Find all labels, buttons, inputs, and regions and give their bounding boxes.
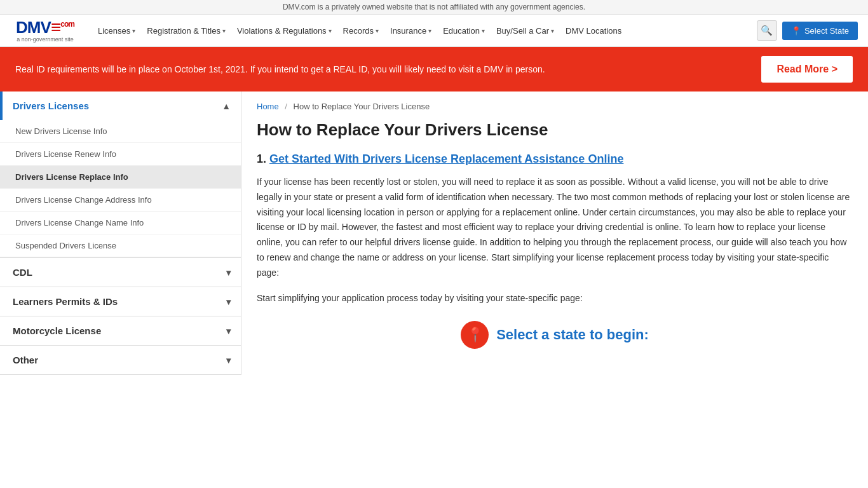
breadcrumb-current: How to Replace Your Drivers License — [294, 102, 430, 111]
section-heading-link[interactable]: Get Started With Drivers License Replace… — [269, 152, 623, 165]
cta-pin-icon: 📍 — [461, 321, 489, 349]
breadcrumb-separator: / — [285, 102, 287, 111]
chevron-down-icon: ▾ — [482, 27, 485, 34]
read-more-button[interactable]: Read More > — [761, 56, 853, 83]
cta-paragraph: Start simplifying your application proce… — [257, 291, 853, 306]
sidebar-item-change-name[interactable]: Drivers License Change Name Info — [0, 212, 241, 234]
sidebar-item-other[interactable]: Other ▾ — [0, 346, 241, 374]
sidebar-item-motorcycle[interactable]: Motorcycle License ▾ — [0, 316, 241, 345]
cta-section: 📍 Select a state to begin: — [257, 321, 853, 349]
select-state-label: Select State — [804, 26, 849, 36]
chevron-down-icon: ▾ — [226, 355, 231, 365]
body-paragraph: If your license has been recently lost o… — [257, 175, 853, 281]
section-heading-1: 1. Get Started With Drivers License Repl… — [257, 152, 853, 166]
chevron-down-icon: ▾ — [132, 27, 135, 34]
search-icon: 🔍 — [761, 25, 773, 36]
nav-item-buysell[interactable]: Buy/Sell a Car ▾ — [491, 22, 559, 39]
sidebar-item-drivers-licenses[interactable]: Drivers Licenses ▲ — [0, 92, 241, 120]
nav-item-dmvlocations[interactable]: DMV Locations — [560, 22, 627, 39]
sidebar-section-label: CDL — [13, 267, 32, 278]
nav-item-violations[interactable]: Violations & Regulations ▾ — [232, 22, 337, 39]
nav-items: Licenses ▾ Registration & Titles ▾ Viola… — [93, 22, 752, 39]
chevron-down-icon: ▾ — [329, 27, 332, 34]
page-title: How to Replace Your Drivers License — [257, 120, 853, 140]
sidebar-item-renew-dl[interactable]: Drivers License Renew Info — [0, 143, 241, 166]
page-layout: Drivers Licenses ▲ New Drivers License I… — [0, 92, 868, 375]
sidebar-section-label: Motorcycle License — [13, 325, 101, 336]
nav-item-licenses[interactable]: Licenses ▾ — [93, 22, 140, 39]
breadcrumb-home[interactable]: Home — [257, 102, 279, 111]
nav-item-education[interactable]: Education ▾ — [438, 22, 490, 39]
navbar: DMV≡com a non-government site Licenses ▾… — [0, 15, 868, 47]
chevron-down-icon: ▾ — [222, 27, 226, 34]
sidebar-item-suspended[interactable]: Suspended Drivers License — [0, 234, 241, 257]
notice-text: DMV.com is a privately owned website tha… — [283, 3, 585, 11]
nav-item-insurance[interactable]: Insurance ▾ — [385, 22, 437, 39]
logo[interactable]: DMV≡com a non-government site — [10, 18, 80, 43]
sidebar: Drivers Licenses ▲ New Drivers License I… — [0, 92, 241, 375]
sidebar-item-learners[interactable]: Learners Permits & IDs ▾ — [0, 287, 241, 316]
sidebar-section-label: Drivers Licenses — [13, 100, 89, 111]
banner-text: Real ID requirements will be in place on… — [15, 63, 736, 76]
sidebar-item-change-address[interactable]: Drivers License Change Address Info — [0, 189, 241, 212]
chevron-down-icon: ▾ — [226, 268, 231, 278]
chevron-down-icon: ▾ — [376, 27, 379, 34]
section-number: 1. — [257, 152, 266, 165]
chevron-down-icon: ▾ — [551, 27, 554, 34]
search-button[interactable]: 🔍 — [757, 20, 777, 41]
nav-item-registration[interactable]: Registration & Titles ▾ — [142, 22, 231, 39]
sidebar-section-other: Other ▾ — [0, 346, 241, 375]
pin-icon: 📍 — [791, 26, 801, 36]
cta-text: Select a state to begin: — [496, 327, 649, 343]
chevron-down-icon: ▾ — [428, 27, 431, 34]
sidebar-item-cdl[interactable]: CDL ▾ — [0, 258, 241, 287]
sidebar-section-label: Learners Permits & IDs — [13, 296, 118, 307]
select-state-button[interactable]: 📍 Select State — [782, 22, 858, 40]
sidebar-item-new-dl[interactable]: New Drivers License Info — [0, 120, 241, 143]
sidebar-section-learners: Learners Permits & IDs ▾ — [0, 287, 241, 316]
sidebar-section-label: Other — [13, 355, 38, 365]
breadcrumb: Home / How to Replace Your Drivers Licen… — [257, 102, 853, 111]
banner: Real ID requirements will be in place on… — [0, 47, 868, 92]
location-pin-icon: 📍 — [466, 327, 484, 343]
sidebar-subitems-drivers-licenses: New Drivers License Info Drivers License… — [0, 120, 241, 257]
nav-item-records[interactable]: Records ▾ — [338, 22, 384, 39]
chevron-up-icon: ▲ — [222, 101, 231, 111]
sidebar-item-replace-dl[interactable]: Drivers License Replace Info — [0, 166, 241, 189]
chevron-down-icon: ▾ — [226, 297, 231, 307]
main-content: Home / How to Replace Your Drivers Licen… — [241, 92, 868, 375]
sidebar-section-cdl: CDL ▾ — [0, 258, 241, 287]
site-notice: DMV.com is a privately owned website tha… — [0, 0, 868, 15]
sidebar-section-drivers-licenses: Drivers Licenses ▲ New Drivers License I… — [0, 92, 241, 258]
sidebar-section-motorcycle: Motorcycle License ▾ — [0, 316, 241, 346]
logo-tagline: a non-government site — [17, 36, 74, 43]
chevron-down-icon: ▾ — [226, 326, 231, 336]
